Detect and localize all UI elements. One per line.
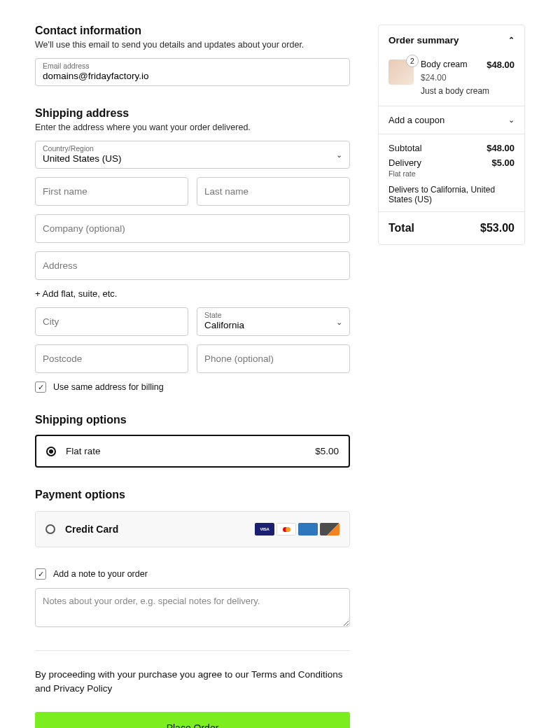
discover-icon [320,523,340,536]
same-billing-checkbox[interactable]: ✓ [35,382,46,393]
city-wrap[interactable] [35,307,188,336]
city-input[interactable] [36,308,188,335]
same-billing-row[interactable]: ✓ Use same address for billing [35,382,350,393]
radio-selected-icon [46,447,56,456]
email-label: Email address [43,62,90,70]
delivery-method: Flat rate [388,169,514,178]
total-label: Total [388,222,414,234]
delivery-value: $5.00 [491,158,514,168]
country-select-wrap[interactable]: Country/Region United States (US) ⌄ [35,141,350,169]
product-thumbnail: 2 [388,59,414,85]
chevron-up-icon: ⌃ [508,36,514,45]
contact-heading: Contact information [35,24,350,37]
total-value: $53.00 [480,222,514,234]
add-coupon-row[interactable]: Add a coupon ⌄ [379,106,524,134]
last-name-wrap[interactable] [197,177,350,206]
phone-input[interactable] [197,345,349,372]
amex-icon [298,523,318,536]
card-logos: VISA [255,523,340,536]
flat-rate-price: $5.00 [315,446,339,456]
divider [35,650,350,651]
credit-card-option[interactable]: Credit Card VISA [35,511,350,547]
contact-section: Contact information We'll use this email… [35,24,350,86]
delivery-label: Delivery [388,158,421,168]
address-wrap[interactable] [35,251,350,280]
note-section: ✓ Add a note to your order [35,568,350,629]
state-select-wrap[interactable]: State California ⌄ [197,307,350,336]
note-check-label: Add a note to your order [53,569,148,579]
coupon-label: Add a coupon [388,115,444,125]
flat-rate-option[interactable]: Flat rate $5.00 [35,435,350,468]
payment-heading: Payment options [35,489,350,501]
totals-block: Subtotal $48.00 Delivery $5.00 Flat rate… [379,134,524,211]
item-unit-price: $24.00 [421,73,514,83]
summary-item: 2 Body cream $48.00 $24.00 Just a body c… [379,55,524,106]
first-name-wrap[interactable] [35,177,188,206]
shipping-desc: Enter the address where you want your or… [35,122,350,132]
delivers-to: Delivers to California, United States (U… [388,185,514,204]
company-input[interactable] [36,215,349,242]
subtotal-label: Subtotal [388,143,422,153]
terms-and: and [35,683,53,694]
terms-prefix: By proceeding with your purchase you agr… [35,669,251,680]
last-name-input[interactable] [197,178,349,205]
chevron-down-icon: ⌄ [508,115,514,125]
quantity-badge: 2 [406,55,419,67]
shipping-options-heading: Shipping options [35,414,350,426]
state-label: State [204,311,222,319]
summary-header[interactable]: Order summary ⌃ [379,25,524,55]
place-order-button[interactable]: Place Order [35,712,350,729]
same-billing-label: Use same address for billing [53,382,164,392]
address-input[interactable] [36,252,349,279]
company-wrap[interactable] [35,214,350,243]
order-summary: Order summary ⌃ 2 Body cream $48.00 $24.… [378,24,525,245]
email-field-wrap[interactable]: Email address [35,58,350,86]
country-label: Country/Region [43,144,94,153]
note-check-row[interactable]: ✓ Add a note to your order [35,568,350,580]
privacy-link[interactable]: Privacy Policy [53,683,112,694]
visa-icon: VISA [255,523,274,536]
add-flat-link[interactable]: + Add flat, suite, etc. [35,288,350,299]
first-name-input[interactable] [36,178,188,205]
shipping-options-section: Shipping options Flat rate $5.00 [35,414,350,468]
radio-unselected-icon [46,524,55,534]
contact-desc: We'll use this email to send you details… [35,40,350,50]
item-price: $48.00 [486,59,514,73]
note-textarea[interactable] [35,588,350,627]
payment-section: Payment options Credit Card VISA [35,489,350,547]
shipping-heading: Shipping address [35,107,350,120]
postcode-input[interactable] [36,345,188,372]
grand-total-row: Total $53.00 [379,211,524,244]
terms-text: By proceeding with your purchase you agr… [35,668,350,696]
terms-link[interactable]: Terms and Conditions [251,669,343,680]
phone-wrap[interactable] [197,344,350,373]
item-name: Body cream [421,59,468,69]
mastercard-icon [276,523,296,536]
flat-rate-label: Flat rate [66,446,305,456]
shipping-section: Shipping address Enter the address where… [35,107,350,393]
subtotal-value: $48.00 [486,143,514,153]
note-checkbox[interactable]: ✓ [35,568,46,580]
summary-heading: Order summary [388,35,459,46]
postcode-wrap[interactable] [35,344,188,373]
item-desc: Just a body cream [421,86,514,96]
credit-card-label: Credit Card [65,524,245,535]
